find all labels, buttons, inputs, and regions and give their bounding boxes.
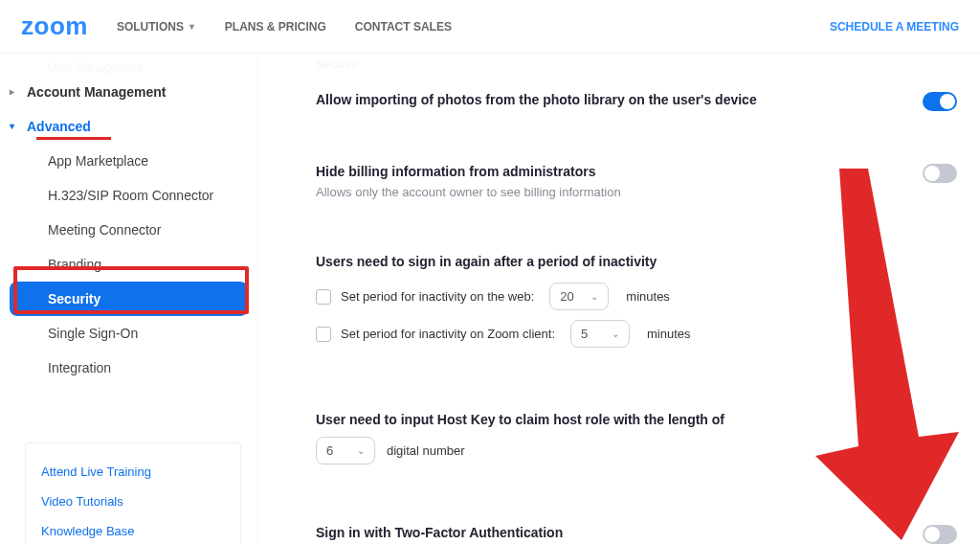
minutes-label: minutes — [647, 327, 691, 341]
inactivity-client-label: Set period for inactivity on Zoom client… — [341, 327, 555, 341]
select-inactivity-client[interactable]: 5 ⌄ — [570, 320, 630, 348]
setting-allow-photo-title: Allow importing of photos from the photo… — [316, 92, 903, 107]
setting-hide-billing-title: Hide billing information from administra… — [316, 164, 903, 179]
top-navigation: zoom SOLUTIONS ▼ PLANS & PRICING CONTACT… — [0, 0, 980, 54]
sidebar-item-branding[interactable]: Branding — [10, 247, 248, 282]
sidebar-item-integration[interactable]: Integration — [10, 351, 248, 385]
setting-hide-billing: Hide billing information from administra… — [316, 143, 957, 210]
select-inactivity-client-value: 5 — [581, 327, 588, 341]
toggle-hide-billing[interactable] — [923, 164, 957, 183]
sidebar-advanced[interactable]: ▾ Advanced — [10, 109, 248, 144]
sidebar-item-app-marketplace[interactable]: App Marketplace — [10, 144, 248, 178]
annotation-underline — [36, 137, 111, 140]
content-breadcrumb: Security — [316, 54, 957, 71]
caret-down-icon: ▼ — [188, 22, 196, 32]
inactivity-web-row: Set period for inactivity on the web: 20… — [316, 283, 957, 310]
nav-items: SOLUTIONS ▼ PLANS & PRICING CONTACT SALE… — [117, 20, 452, 34]
help-box: Attend Live Training Video Tutorials Kno… — [25, 442, 241, 544]
page-body: User Management ▸ Account Management ▾ A… — [0, 54, 980, 544]
setting-host-key: User need to input Host Key to claim hos… — [316, 391, 957, 475]
select-inactivity-web-value: 20 — [560, 289, 573, 304]
checkbox-inactivity-client[interactable] — [316, 327, 331, 342]
nav-plans-pricing[interactable]: PLANS & PRICING — [225, 20, 326, 34]
setting-inactivity: Users need to sign in again after a peri… — [316, 233, 957, 368]
sidebar-item-security[interactable]: Security — [10, 282, 248, 316]
sidebar-account-management-label: Account Management — [27, 84, 166, 100]
select-inactivity-web[interactable]: 20 ⌄ — [549, 283, 609, 310]
chevron-right-icon: ▸ — [10, 86, 14, 97]
help-live-training[interactable]: Attend Live Training — [41, 457, 225, 487]
select-host-key-length[interactable]: 6 ⌄ — [316, 437, 375, 465]
toggle-knob — [924, 166, 940, 181]
zoom-logo[interactable]: zoom — [21, 11, 88, 41]
select-host-key-value: 6 — [326, 443, 333, 458]
sidebar-item-meeting-connector[interactable]: Meeting Connector — [10, 213, 248, 247]
nav-contact-sales[interactable]: CONTACT SALES — [355, 20, 452, 34]
toggle-allow-photo[interactable] — [923, 92, 957, 111]
schedule-meeting-link[interactable]: SCHEDULE A MEETING — [830, 20, 959, 34]
setting-allow-photo-import: Allow importing of photos from the photo… — [316, 71, 957, 124]
nav-solutions[interactable]: SOLUTIONS ▼ — [117, 20, 196, 34]
setting-host-key-title: User need to input Host Key to claim hos… — [316, 412, 957, 427]
chevron-down-icon: ⌄ — [357, 445, 365, 456]
help-knowledge-base[interactable]: Knowledge Base — [41, 516, 225, 544]
chevron-down-icon: ⌄ — [612, 329, 619, 339]
host-key-suffix: digital number — [387, 443, 465, 458]
content-area: Security Allow importing of photos from … — [258, 54, 980, 544]
inactivity-web-label: Set period for inactivity on the web: — [341, 289, 534, 304]
sidebar-item-h323-sip[interactable]: H.323/SIP Room Connector — [10, 178, 248, 213]
help-video-tutorials[interactable]: Video Tutorials — [41, 487, 225, 516]
minutes-label: minutes — [626, 289, 670, 304]
setting-two-factor: Sign in with Two-Factor Authentication B… — [316, 504, 957, 544]
checkbox-inactivity-web[interactable] — [316, 289, 331, 305]
host-key-row: 6 ⌄ digital number — [316, 437, 957, 465]
sidebar-account-management[interactable]: ▸ Account Management — [10, 75, 248, 109]
setting-inactivity-title: Users need to sign in again after a peri… — [316, 254, 957, 269]
setting-hide-billing-desc: Allows only the account owner to see bil… — [316, 185, 903, 199]
toggle-knob — [940, 94, 955, 109]
chevron-down-icon: ▾ — [10, 121, 14, 131]
toggle-knob — [924, 527, 940, 542]
sidebar: User Management ▸ Account Management ▾ A… — [0, 54, 258, 544]
chevron-down-icon: ⌄ — [590, 291, 598, 302]
nav-solutions-label: SOLUTIONS — [117, 20, 184, 34]
toggle-two-factor[interactable] — [923, 525, 957, 544]
inactivity-client-row: Set period for inactivity on Zoom client… — [316, 320, 957, 348]
sidebar-item-sso[interactable]: Single Sign-On — [10, 316, 248, 351]
setting-two-factor-title: Sign in with Two-Factor Authentication — [316, 525, 903, 540]
sidebar-advanced-label: Advanced — [27, 119, 91, 134]
sidebar-truncated-item: User Management — [10, 61, 248, 75]
